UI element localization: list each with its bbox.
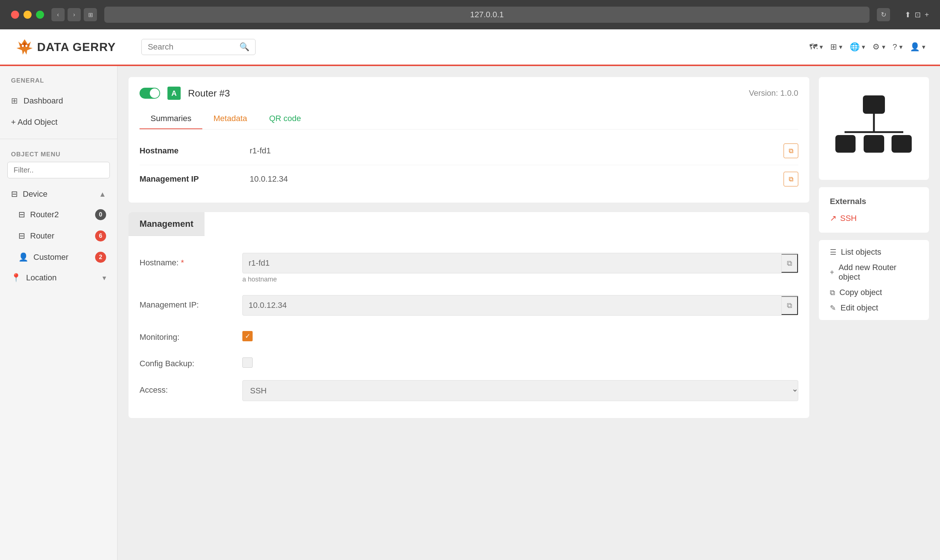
externals-card: Externals ↗ SSH [819,187,929,233]
router2-left: ⊟ Router2 [18,210,59,220]
nav-buttons: ‹ › ⊞ [51,8,97,21]
back-button[interactable]: ‹ [51,8,65,21]
hostname-hint: a hostname [242,275,798,283]
browser-dots [11,11,44,19]
hostname-field[interactable] [243,253,781,273]
svg-marker-0 [17,39,33,55]
dashboard-icon: ⊞ [11,96,18,106]
navbar-help-icon[interactable]: ? ▾ [893,42,903,52]
new-tab-button[interactable]: + [925,10,929,19]
navbar-layers-icon[interactable]: ⊞ ▾ [830,42,842,52]
actions-card: ☰ List objects + Add new Router object ⧉… [819,240,929,320]
mgmt-ip-input-wrap: ⧉ [242,295,798,315]
add-object-label: + Add Object [11,117,58,127]
sidebar-item-dashboard[interactable]: ⊞ Dashboard [0,90,117,112]
mgmt-ip-label: Management IP [140,174,250,184]
svg-marker-1 [20,42,29,47]
edit-icon: ✎ [830,303,836,312]
router-version: Version: 1.0.0 [749,88,798,98]
router-left: ⊟ Router [18,231,54,241]
navbar-settings-icon[interactable]: ⚙ ▾ [872,42,885,52]
device-header[interactable]: ⊟ Device ▲ [0,184,117,204]
access-select-wrap: SSH Telnet [242,380,798,401]
hostname-label: Hostname [140,146,250,155]
router2-badge: 0 [95,209,106,220]
fullscreen-button[interactable]: ⊡ [915,10,921,19]
access-select[interactable]: SSH Telnet [242,380,798,401]
sidebar-item-customer[interactable]: 👤 Customer 2 [0,247,117,268]
router-label: Router [30,231,54,241]
search-icon[interactable]: 🔍 [239,42,249,52]
customer-badge: 2 [95,252,106,263]
monitoring-checkbox[interactable]: ✓ [242,331,253,341]
content-main: A Router #3 Version: 1.0.0 Summaries Met… [128,77,809,549]
search-input[interactable] [148,42,236,52]
sidebar-item-router2[interactable]: ⊟ Router2 0 [0,204,117,225]
navbar-globe-icon[interactable]: 🌐 ▾ [850,42,865,52]
forward-button[interactable]: › [68,8,81,21]
plus-icon: + [830,268,834,277]
device-header-left: ⊟ Device [11,189,47,199]
reload-button[interactable]: ↻ [877,8,890,21]
sidebar-item-add-object[interactable]: + Add Object [0,112,117,133]
share-button[interactable]: ⬆ [905,10,911,19]
form-row-monitoring: Monitoring: ✓ [140,322,798,348]
customer-icon: 👤 [18,252,28,262]
form-label-access: Access: [140,380,235,395]
list-objects-label: List objects [841,247,881,257]
logo-fox-icon [15,37,35,57]
navbar-map-icon[interactable]: 🗺 ▾ [809,42,823,52]
location-header[interactable]: 📍 Location ▾ [0,268,117,288]
action-list-objects[interactable]: ☰ List objects [830,247,918,257]
dot-yellow[interactable] [23,11,32,19]
form-row-config-backup: Config Backup: [140,348,798,374]
tab-metadata[interactable]: Metadata [202,109,258,129]
form-row-access: Access: SSH Telnet [140,374,798,407]
address-bar[interactable]: 127.0.0.1 [104,7,869,23]
browser-chrome: ‹ › ⊞ 127.0.0.1 ↻ ⬆ ⊡ + [0,0,940,29]
window-button[interactable]: ⊞ [84,8,97,21]
tab-summaries[interactable]: Summaries [140,109,202,129]
search-bar: 🔍 [141,39,256,55]
dot-red[interactable] [11,11,19,19]
form-label-config-backup: Config Backup: [140,354,235,368]
filter-input[interactable] [7,162,110,178]
navbar-user-icon[interactable]: 👤 ▾ [910,42,925,52]
required-star: * [181,258,184,267]
tabs: Summaries Metadata QR code [140,109,798,129]
ssh-label: SSH [840,214,857,223]
logo: DATA GERRY [15,37,116,57]
config-backup-checkbox[interactable] [242,357,253,368]
device-icon: ⊟ [11,189,18,199]
mgmt-ip-field-copy-button[interactable]: ⧉ [781,296,798,315]
logo-text: DATA GERRY [37,40,116,54]
router-name-badge: A [168,87,181,100]
mgmt-ip-field[interactable] [243,295,781,315]
external-link-icon: ↗ [830,214,837,223]
hostname-input-wrap: ⧉ a hostname [242,253,798,283]
svg-point-2 [22,45,24,47]
action-edit-object[interactable]: ✎ Edit object [830,303,918,313]
router-field-hostname: Hostname r1-fd1 ⧉ [140,137,798,165]
sidebar-item-router[interactable]: ⊟ Router 6 [0,225,117,247]
action-copy-object[interactable]: ⧉ Copy object [830,288,918,297]
action-add-router[interactable]: + Add new Router object [830,263,918,282]
main-layout: GENERAL ⊞ Dashboard + Add Object OBJECT … [0,66,940,560]
mgmt-ip-copy-button[interactable]: ⧉ [784,172,798,186]
ssh-link[interactable]: ↗ SSH [830,214,918,223]
content: A Router #3 Version: 1.0.0 Summaries Met… [117,66,940,560]
dot-green[interactable] [36,11,44,19]
copy-object-label: Copy object [839,288,882,297]
app: DATA GERRY 🔍 🗺 ▾ ⊞ ▾ 🌐 ▾ ⚙ ▾ ? ▾ 👤 ▾ GEN… [0,29,940,560]
toggle-switch[interactable] [140,88,160,99]
hostname-copy-button[interactable]: ⧉ [784,143,798,158]
hostname-field-copy-button[interactable]: ⧉ [781,254,798,273]
tab-qrcode[interactable]: QR code [258,109,312,129]
navbar-right: 🗺 ▾ ⊞ ▾ 🌐 ▾ ⚙ ▾ ? ▾ 👤 ▾ [809,42,925,52]
router-card-header: A Router #3 Version: 1.0.0 [140,87,798,100]
address-text: 127.0.0.1 [470,10,504,20]
location-header-left: 📍 Location [11,273,57,283]
center-node [864,135,884,153]
management-body: Hostname: * ⧉ a hostname [128,236,809,418]
form-label-mgmt-ip: Management IP: [140,295,235,310]
